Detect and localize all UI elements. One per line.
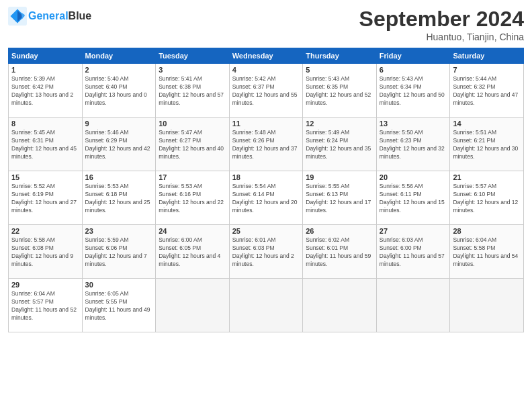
table-cell: 15 Sunrise: 5:52 AM Sunset: 6:19 PM Dayl… [9,171,83,225]
day-number: 3 [159,66,226,74]
day-number: 10 [159,120,226,128]
day-number: 2 [85,66,153,74]
day-number: 23 [85,227,153,235]
table-row: 15 Sunrise: 5:52 AM Sunset: 6:19 PM Dayl… [9,171,524,225]
day-info: Sunrise: 5:54 AM Sunset: 6:14 PM Dayligh… [232,183,300,215]
day-info: Sunrise: 5:53 AM Sunset: 6:18 PM Dayligh… [85,183,153,215]
day-info: Sunrise: 6:02 AM Sunset: 6:01 PM Dayligh… [306,236,373,269]
table-cell [450,279,524,332]
table-cell: 13 Sunrise: 5:50 AM Sunset: 6:23 PM Dayl… [376,118,450,171]
table-cell: 28 Sunrise: 6:04 AM Sunset: 5:58 PM Dayl… [450,225,524,279]
day-number: 21 [453,173,521,181]
day-info: Sunrise: 6:03 AM Sunset: 6:00 PM Dayligh… [380,236,447,269]
day-info: Sunrise: 5:53 AM Sunset: 6:16 PM Dayligh… [159,183,226,215]
col-monday: Monday [82,48,156,64]
table-cell: 21 Sunrise: 5:57 AM Sunset: 6:10 PM Dayl… [450,171,524,225]
day-info: Sunrise: 5:59 AM Sunset: 6:06 PM Dayligh… [85,236,153,269]
day-info: Sunrise: 5:41 AM Sunset: 6:38 PM Dayligh… [159,75,226,107]
day-info: Sunrise: 5:40 AM Sunset: 6:40 PM Dayligh… [85,75,153,107]
calendar-table: Sunday Monday Tuesday Wednesday Thursday… [8,48,524,332]
table-cell: 18 Sunrise: 5:54 AM Sunset: 6:14 PM Dayl… [229,171,303,225]
day-number: 20 [380,173,447,181]
day-info: Sunrise: 5:47 AM Sunset: 6:27 PM Dayligh… [159,129,226,161]
table-cell: 17 Sunrise: 5:53 AM Sunset: 6:16 PM Dayl… [156,171,230,225]
col-sunday: Sunday [9,48,83,64]
logo-icon [8,7,27,26]
location: Huantuo, Tianjin, China [359,32,524,42]
day-info: Sunrise: 5:42 AM Sunset: 6:37 PM Dayligh… [232,75,300,107]
table-cell: 2 Sunrise: 5:40 AM Sunset: 6:40 PM Dayli… [82,64,156,118]
table-cell: 24 Sunrise: 6:00 AM Sunset: 6:05 PM Dayl… [156,225,230,279]
table-cell: 22 Sunrise: 5:58 AM Sunset: 6:08 PM Dayl… [9,225,83,279]
table-cell: 3 Sunrise: 5:41 AM Sunset: 6:38 PM Dayli… [156,64,230,118]
day-number: 16 [85,173,153,181]
table-cell: 27 Sunrise: 6:03 AM Sunset: 6:00 PM Dayl… [376,225,450,279]
table-cell: 30 Sunrise: 6:05 AM Sunset: 5:55 PM Dayl… [82,279,156,332]
table-cell: 23 Sunrise: 5:59 AM Sunset: 6:06 PM Dayl… [82,225,156,279]
day-info: Sunrise: 6:04 AM Sunset: 5:57 PM Dayligh… [11,290,79,322]
day-info: Sunrise: 6:05 AM Sunset: 5:55 PM Dayligh… [85,290,153,322]
table-cell: 7 Sunrise: 5:44 AM Sunset: 6:32 PM Dayli… [450,64,524,118]
table-cell: 9 Sunrise: 5:46 AM Sunset: 6:29 PM Dayli… [82,118,156,171]
day-info: Sunrise: 6:01 AM Sunset: 6:03 PM Dayligh… [232,236,300,269]
table-cell: 14 Sunrise: 5:51 AM Sunset: 6:21 PM Dayl… [450,118,524,171]
table-cell: 5 Sunrise: 5:43 AM Sunset: 6:35 PM Dayli… [303,64,377,118]
day-info: Sunrise: 6:00 AM Sunset: 6:05 PM Dayligh… [159,236,226,269]
table-cell: 25 Sunrise: 6:01 AM Sunset: 6:03 PM Dayl… [229,225,303,279]
day-number: 29 [11,281,79,289]
table-cell: 4 Sunrise: 5:42 AM Sunset: 6:37 PM Dayli… [229,64,303,118]
day-info: Sunrise: 5:43 AM Sunset: 6:35 PM Dayligh… [306,75,373,107]
day-number: 17 [159,173,226,181]
table-cell: 16 Sunrise: 5:53 AM Sunset: 6:18 PM Dayl… [82,171,156,225]
day-number: 12 [306,120,373,128]
day-number: 11 [232,120,300,128]
table-cell: 26 Sunrise: 6:02 AM Sunset: 6:01 PM Dayl… [303,225,377,279]
day-info: Sunrise: 5:48 AM Sunset: 6:26 PM Dayligh… [232,129,300,161]
title-block: September 2024 Huantuo, Tianjin, China [359,7,524,42]
day-number: 13 [380,120,447,128]
day-info: Sunrise: 5:45 AM Sunset: 6:31 PM Dayligh… [11,129,79,161]
col-wednesday: Wednesday [229,48,303,64]
day-number: 6 [380,66,447,74]
table-row: 22 Sunrise: 5:58 AM Sunset: 6:08 PM Dayl… [9,225,524,279]
day-number: 4 [232,66,300,74]
col-thursday: Thursday [303,48,377,64]
logo-general: General [28,10,69,21]
day-number: 25 [232,227,300,235]
table-cell: 10 Sunrise: 5:47 AM Sunset: 6:27 PM Dayl… [156,118,230,171]
day-info: Sunrise: 5:39 AM Sunset: 6:42 PM Dayligh… [11,75,79,107]
logo-blue: Blue [69,10,92,21]
day-info: Sunrise: 6:04 AM Sunset: 5:58 PM Dayligh… [453,236,521,269]
day-number: 18 [232,173,300,181]
day-number: 8 [11,120,79,128]
table-cell [229,279,303,332]
day-number: 19 [306,173,373,181]
day-info: Sunrise: 5:51 AM Sunset: 6:21 PM Dayligh… [453,129,521,161]
day-number: 22 [11,227,79,235]
table-row: 8 Sunrise: 5:45 AM Sunset: 6:31 PM Dayli… [9,118,524,171]
calendar-container: GeneralBlue September 2024 Huantuo, Tian… [0,0,532,339]
day-info: Sunrise: 5:46 AM Sunset: 6:29 PM Dayligh… [85,129,153,161]
day-number: 30 [85,281,153,289]
table-cell: 20 Sunrise: 5:56 AM Sunset: 6:11 PM Dayl… [376,171,450,225]
day-number: 9 [85,120,153,128]
day-number: 24 [159,227,226,235]
day-number: 27 [380,227,447,235]
table-cell: 19 Sunrise: 5:55 AM Sunset: 6:13 PM Dayl… [303,171,377,225]
table-cell [156,279,230,332]
table-cell [303,279,377,332]
col-tuesday: Tuesday [156,48,230,64]
table-cell: 12 Sunrise: 5:49 AM Sunset: 6:24 PM Dayl… [303,118,377,171]
day-info: Sunrise: 5:57 AM Sunset: 6:10 PM Dayligh… [453,183,521,215]
table-cell [376,279,450,332]
header-row: Sunday Monday Tuesday Wednesday Thursday… [9,48,524,64]
day-number: 7 [453,66,521,74]
day-info: Sunrise: 5:55 AM Sunset: 6:13 PM Dayligh… [306,183,373,215]
table-row: 1 Sunrise: 5:39 AM Sunset: 6:42 PM Dayli… [9,64,524,118]
day-info: Sunrise: 5:56 AM Sunset: 6:11 PM Dayligh… [380,183,447,215]
day-info: Sunrise: 5:49 AM Sunset: 6:24 PM Dayligh… [306,129,373,161]
day-info: Sunrise: 5:58 AM Sunset: 6:08 PM Dayligh… [11,236,79,269]
day-number: 26 [306,227,373,235]
table-cell: 8 Sunrise: 5:45 AM Sunset: 6:31 PM Dayli… [9,118,83,171]
header: GeneralBlue September 2024 Huantuo, Tian… [8,7,524,42]
